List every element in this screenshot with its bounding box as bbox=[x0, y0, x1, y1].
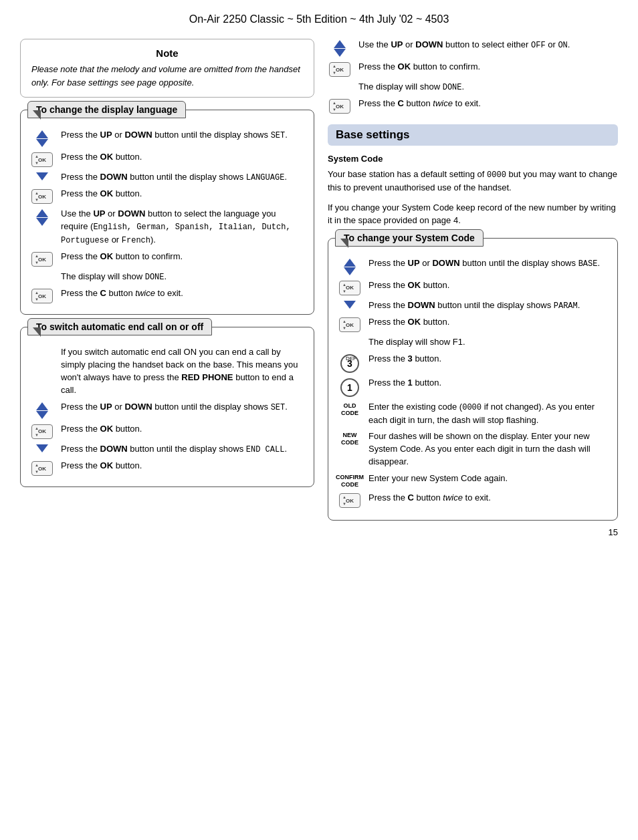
end-call-step-3: Press the DOWN button until the display … bbox=[30, 443, 304, 456]
num3-icon: DEF 3 bbox=[338, 353, 362, 373]
left-column: Note Please note that the melody and vol… bbox=[20, 39, 314, 521]
base-settings-section: Base settings System Code Your base stat… bbox=[328, 124, 618, 521]
end-call-section-title: To switch automatic end call on or off bbox=[27, 318, 212, 335]
system-code-para2: If you change your System Code keep reco… bbox=[328, 201, 618, 227]
system-code-title: System Code bbox=[328, 154, 618, 164]
ok-icon-r2: OK bbox=[328, 98, 352, 114]
up-down-icon-1 bbox=[30, 129, 54, 147]
right-column: Use the UP or DOWN button to select eith… bbox=[328, 39, 618, 521]
note-box: Note Please note that the melody and vol… bbox=[20, 39, 314, 98]
system-code-para1: Your base station has a default setting … bbox=[328, 168, 618, 194]
ok-icon-3: OK bbox=[30, 251, 54, 267]
end-call-pointer bbox=[33, 327, 41, 337]
f1-placeholder bbox=[338, 336, 362, 337]
up-down-icon-3 bbox=[30, 401, 54, 419]
done-placeholder-r1 bbox=[328, 81, 352, 82]
ok-icon-2: OK bbox=[30, 188, 54, 204]
right-top-steps: Use the UP or DOWN button to select eith… bbox=[328, 39, 618, 114]
lang-step-7: The display will show DONE. bbox=[30, 271, 304, 283]
ok-icon-sc2: OK bbox=[338, 316, 362, 332]
end-call-step-4: OK Press the OK button. bbox=[30, 460, 304, 476]
ok-icon-sc3: OK bbox=[338, 492, 362, 508]
end-call-step-1: Press the UP or DOWN button until the di… bbox=[30, 401, 304, 419]
sc-step-7: 1 Press the 1 button. bbox=[338, 377, 608, 397]
ok-icon-r1: OK bbox=[328, 61, 352, 77]
end-call-intro-placeholder bbox=[30, 346, 54, 347]
up-down-icon-2 bbox=[30, 208, 54, 226]
lang-step-3: Press the DOWN button until the display … bbox=[30, 171, 304, 184]
system-code-pointer bbox=[340, 239, 348, 248]
language-section-title: To change the display language bbox=[27, 101, 186, 118]
system-code-section-title: To change your System Code bbox=[335, 229, 484, 247]
page-number: 15 bbox=[20, 527, 618, 537]
ok-icon-6: OK bbox=[30, 460, 54, 476]
page-header: On-Air 2250 Classic ~ 5th Edition ~ 4th … bbox=[20, 13, 618, 25]
down-icon-sc1 bbox=[338, 299, 362, 309]
ok-icon-5: OK bbox=[30, 423, 54, 439]
num1-icon: 1 bbox=[338, 377, 362, 397]
lang-step-6: OK Press the OK button to confirm. bbox=[30, 251, 304, 267]
sc-step-5: The display will show F1. bbox=[338, 336, 608, 349]
lang-step-4: OK Press the OK button. bbox=[30, 188, 304, 204]
system-code-steps: Press the UP or DOWN button until the di… bbox=[338, 257, 608, 509]
base-settings-title: Base settings bbox=[328, 124, 618, 146]
ok-icon-1: OK bbox=[30, 151, 54, 167]
right-step-1: Use the UP or DOWN button to select eith… bbox=[328, 39, 618, 57]
note-body: Please note that the melody and volume a… bbox=[31, 63, 303, 89]
right-step-2: OK Press the OK button to confirm. bbox=[328, 61, 618, 77]
done-placeholder-1 bbox=[30, 271, 54, 272]
language-section: To change the display language Press the… bbox=[20, 110, 314, 315]
language-steps: Press the UP or DOWN button until the di… bbox=[30, 129, 304, 303]
sc-step-11: OK Press the C button twice to exit. bbox=[338, 492, 608, 508]
right-step-3: The display will show DONE. bbox=[328, 81, 618, 94]
sc-step-1: Press the UP or DOWN button until the di… bbox=[338, 257, 608, 275]
sc-step-9: NEWCODE Four dashes will be shown on the… bbox=[338, 430, 608, 468]
sc-step-6: DEF 3 Press the 3 button. bbox=[338, 353, 608, 373]
new-code-icon: NEWCODE bbox=[338, 430, 362, 446]
lang-step-1: Press the UP or DOWN button until the di… bbox=[30, 129, 304, 147]
sc-step-10: CONFIRMCODE Enter your new System Code a… bbox=[338, 472, 608, 488]
down-icon-2 bbox=[30, 443, 54, 452]
sc-step-3: Press the DOWN button until the display … bbox=[338, 299, 608, 312]
up-down-icon-sc1 bbox=[338, 257, 362, 275]
section-pointer bbox=[33, 110, 41, 120]
system-code-section: To change your System Code Press the UP … bbox=[328, 238, 618, 521]
sc-step-8: OLDCODE Enter the existing code (0000 if… bbox=[338, 401, 608, 426]
end-call-intro-row: If you switch automatic end call ON you … bbox=[30, 346, 304, 396]
up-down-icon-r1 bbox=[328, 39, 352, 57]
end-call-step-2: OK Press the OK button. bbox=[30, 423, 304, 439]
lang-step-5: Use the UP or DOWN button to select the … bbox=[30, 208, 304, 247]
lang-step-8: OK Press the C button twice to exit. bbox=[30, 287, 304, 303]
ok-icon-sc1: OK bbox=[338, 279, 362, 295]
sc-step-2: OK Press the OK button. bbox=[338, 279, 608, 295]
down-icon-1 bbox=[30, 171, 54, 180]
ok-icon-4: OK bbox=[30, 287, 54, 303]
confirm-code-icon: CONFIRMCODE bbox=[338, 472, 362, 488]
old-code-icon: OLDCODE bbox=[338, 401, 362, 417]
note-title: Note bbox=[31, 47, 303, 59]
lang-step-2: OK Press the OK button. bbox=[30, 151, 304, 167]
sc-step-4: OK Press the OK button. bbox=[338, 316, 608, 332]
right-step-4: OK Press the C button twice to exit. bbox=[328, 98, 618, 114]
end-call-section: To switch automatic end call on or off I… bbox=[20, 327, 314, 487]
end-call-steps: If you switch automatic end call ON you … bbox=[30, 346, 304, 476]
